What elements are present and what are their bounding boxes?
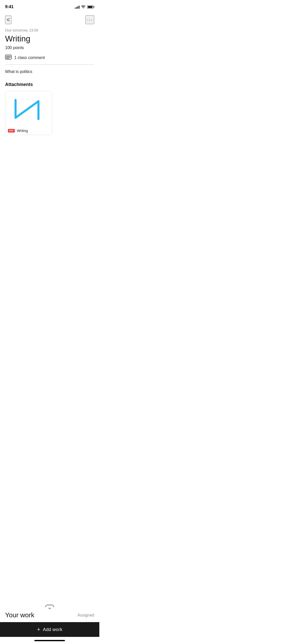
signal-icon <box>75 5 79 9</box>
attachments-title: Attachments <box>5 82 94 87</box>
battery-icon <box>87 5 94 9</box>
pdf-badge: PDF <box>8 129 15 133</box>
nav-bar: < ··· <box>0 12 99 28</box>
class-comment-button[interactable]: 1 class comment <box>5 55 94 61</box>
attachment-card[interactable]: PDF Writing <box>5 91 52 135</box>
assignment-content: Due tomorrow, 23:59 Writing 100 points 1… <box>0 28 99 135</box>
more-button[interactable]: ··· <box>85 15 94 24</box>
attachment-name: Writing <box>17 129 28 133</box>
comment-icon <box>5 55 12 61</box>
attachment-label: PDF Writing <box>5 127 52 135</box>
attachment-preview <box>5 91 52 127</box>
points-label: 100 points <box>5 46 94 50</box>
svg-rect-4 <box>8 94 50 127</box>
comment-text: 1 class comment <box>14 55 45 60</box>
wifi-icon <box>81 5 86 9</box>
status-time: 9:41 <box>5 4 13 9</box>
due-date: Due tomorrow, 23:59 <box>5 28 94 32</box>
back-button[interactable]: < <box>5 16 11 24</box>
description-text: What is politics <box>5 69 94 75</box>
status-bar: 9:41 <box>0 0 99 12</box>
assignment-title: Writing <box>5 34 94 43</box>
attachment-thumbnail <box>8 94 50 127</box>
status-icons <box>75 5 94 9</box>
divider <box>5 64 94 65</box>
